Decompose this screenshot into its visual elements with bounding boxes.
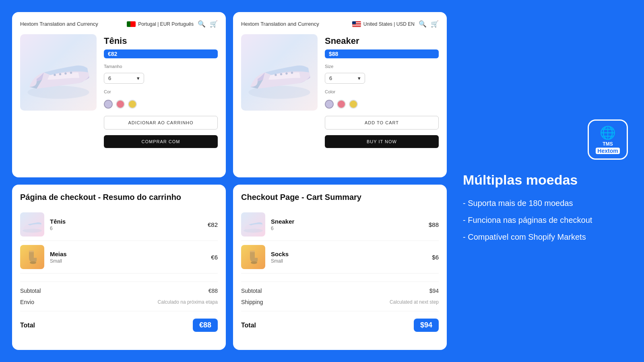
right-panel: 🌐 TMS Hextom Múltiplas moedas - Suporta … xyxy=(455,111,632,251)
shipping-row-us: Shipping Calculated at next step xyxy=(241,296,439,308)
cart-item-name-meias: Meias xyxy=(50,251,205,257)
buy-now-btn-us[interactable]: BUY IT NOW xyxy=(325,135,439,148)
svg-point-3 xyxy=(64,72,66,74)
subtotal-value-pt: €88 xyxy=(208,288,218,294)
shipping-value-pt: Calculado na próxima etapa xyxy=(158,299,218,305)
search-icon-us[interactable]: 🔍 xyxy=(419,20,427,28)
size-value-pt: 6 xyxy=(108,75,111,81)
shipping-label-us: Shipping xyxy=(241,299,263,305)
svg-point-1 xyxy=(54,74,56,76)
color-pink-pt[interactable] xyxy=(116,100,125,109)
price-badge-us: $88 xyxy=(325,49,439,58)
cart-card-pt: Página de checkout - Resumo do carrinho … xyxy=(12,185,226,350)
svg-point-4 xyxy=(70,72,72,74)
color-pink-us[interactable] xyxy=(337,100,346,109)
chevron-down-icon-us: ▾ xyxy=(358,75,361,81)
cart-item-variant-tennis: 6 xyxy=(50,226,202,231)
total-row-us: Total $94 xyxy=(241,315,439,333)
store-name-us: Hextom Translation and Currency xyxy=(241,21,319,27)
store-right-pt: Portugal | EUR Português 🔍 🛒 xyxy=(127,20,218,28)
locale-info-us: United States | USD EN xyxy=(352,21,415,27)
color-options-pt xyxy=(104,100,218,109)
product-info-us: Sneaker $88 Size 6 ▾ Color ADD TO CART B… xyxy=(325,34,439,169)
svg-point-9 xyxy=(291,72,293,74)
cards-grid: Hextom Translation and Currency Portugal… xyxy=(12,12,447,350)
color-label-pt: Cor xyxy=(104,89,218,94)
divider-1-pt xyxy=(20,282,218,282)
cart-item-details-meias: Meias Small xyxy=(50,251,205,264)
color-yellow-us[interactable] xyxy=(349,100,358,109)
product-content-us: Sneaker $88 Size 6 ▾ Color ADD TO CART B… xyxy=(241,34,439,169)
svg-point-11 xyxy=(30,261,36,264)
add-to-cart-btn-us[interactable]: ADD TO CART xyxy=(325,116,439,130)
subtotal-row-us: Subtotal $94 xyxy=(241,285,439,296)
promo-title: Múltiplas moedas xyxy=(463,172,578,188)
cart-item-price-sneaker: $88 xyxy=(429,221,439,228)
total-badge-pt: €88 xyxy=(193,319,218,332)
cart-item-img-meias xyxy=(20,245,44,269)
shipping-label-pt: Envio xyxy=(20,299,34,305)
subtotal-label-pt: Subtotal xyxy=(20,288,41,294)
promo-item-2: - Funciona nas páginas de checkout xyxy=(463,214,592,226)
cart-totals-us: Subtotal $94 Shipping Calculated at next… xyxy=(241,278,439,333)
cart-item-details-tennis: Tênis 6 xyxy=(50,218,202,231)
tms-logo: 🌐 TMS Hextom xyxy=(588,119,628,160)
cart-title-us: Checkout Page - Cart Summary xyxy=(241,193,439,202)
promo-list: - Suporta mais de 180 moedas - Funciona … xyxy=(463,197,592,243)
cart-item-name-socks: Socks xyxy=(271,251,426,257)
product-title-us: Sneaker xyxy=(325,36,439,46)
cart-item-details-socks: Socks Small xyxy=(271,251,426,264)
cart-item-price-meias: €6 xyxy=(211,254,218,261)
store-header-us: Hextom Translation and Currency United S… xyxy=(241,20,439,28)
locale-text-us: United States | USD EN xyxy=(363,21,415,27)
cart-item-img-sneaker-us xyxy=(241,212,265,237)
total-row-pt: Total €88 xyxy=(20,315,218,333)
svg-point-7 xyxy=(280,73,282,75)
size-select-us[interactable]: 6 ▾ xyxy=(325,73,365,84)
chevron-down-icon-pt: ▾ xyxy=(137,75,140,81)
main-layout: Hextom Translation and Currency Portugal… xyxy=(0,0,644,362)
product-card-us: Hextom Translation and Currency United S… xyxy=(233,12,447,177)
cart-item-price-tennis: €82 xyxy=(208,221,218,228)
promo-item-1: - Suporta mais de 180 moedas xyxy=(463,197,592,209)
tms-brand: Hextom xyxy=(596,148,619,154)
subtotal-row-pt: Subtotal €88 xyxy=(20,285,218,296)
cart-item-name-tennis: Tênis xyxy=(50,218,202,225)
cart-item-sneaker: Sneaker 6 $88 xyxy=(241,208,439,241)
cart-item-variant-socks: Small xyxy=(271,258,426,264)
size-label-pt: Tamanho xyxy=(104,64,218,69)
locale-info-pt: Portugal | EUR Português xyxy=(127,21,194,27)
size-select-pt[interactable]: 6 ▾ xyxy=(104,73,144,84)
cart-item-img-socks-us xyxy=(241,245,265,269)
divider-2-us xyxy=(241,311,439,311)
cart-item-variant-meias: Small xyxy=(50,258,205,264)
cart-item-details-sneaker: Sneaker 6 xyxy=(271,218,423,231)
search-icon-pt[interactable]: 🔍 xyxy=(198,20,206,28)
store-right-us: United States | USD EN 🔍 🛒 xyxy=(352,20,439,28)
size-label-us: Size xyxy=(325,64,439,69)
cart-icon-us[interactable]: 🛒 xyxy=(431,20,439,28)
color-yellow-pt[interactable] xyxy=(128,100,137,109)
shipping-row-pt: Envio Calculado na próxima etapa xyxy=(20,296,218,308)
color-lavender-pt[interactable] xyxy=(104,100,113,109)
add-to-cart-btn-pt[interactable]: ADICIONAR AO CARRINHO xyxy=(104,116,218,130)
cart-item-variant-sneaker: 6 xyxy=(271,226,423,231)
flag-us-icon xyxy=(352,21,361,27)
locale-text-pt: Portugal | EUR Português xyxy=(138,21,194,27)
cart-icon-pt[interactable]: 🛒 xyxy=(210,20,218,28)
svg-point-13 xyxy=(251,261,257,264)
cart-title-pt: Página de checkout - Resumo do carrinho xyxy=(20,193,218,202)
divider-1-us xyxy=(241,282,439,282)
color-label-us: Color xyxy=(325,89,439,94)
promo-item-3: - Compatível com Shopify Markets xyxy=(463,231,592,243)
divider-2-pt xyxy=(20,311,218,311)
cart-totals-pt: Subtotal €88 Envio Calculado na próxima … xyxy=(20,278,218,333)
color-lavender-us[interactable] xyxy=(325,100,334,109)
cart-card-us: Checkout Page - Cart Summary Sneaker 6 $… xyxy=(233,185,447,350)
buy-now-btn-pt[interactable]: COMPRAR COM xyxy=(104,135,218,148)
store-header-pt: Hextom Translation and Currency Portugal… xyxy=(20,20,218,28)
flag-pt-icon xyxy=(127,21,136,27)
cart-item-img-tennis xyxy=(20,212,44,237)
product-image-pt xyxy=(20,34,97,111)
product-content-pt: Tênis €82 Tamanho 6 ▾ Cor ADICIONAR AO C… xyxy=(20,34,218,169)
